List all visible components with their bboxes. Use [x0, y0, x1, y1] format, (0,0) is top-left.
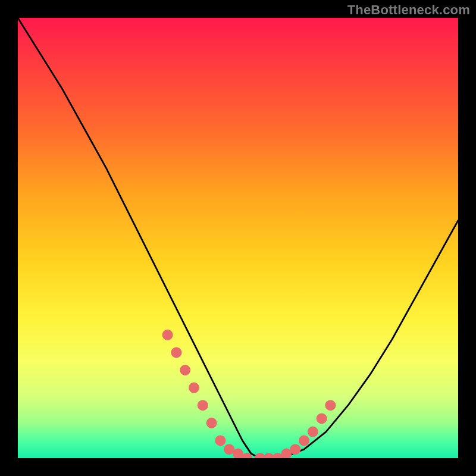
curve-marker [162, 330, 173, 340]
watermark-text: TheBottleneck.com [347, 2, 470, 18]
chart-svg [18, 18, 458, 458]
curve-marker [171, 347, 181, 358]
bottleneck-curve [18, 18, 458, 458]
curve-marker [198, 400, 208, 411]
curve-marker [180, 365, 190, 375]
curve-marker [308, 427, 318, 437]
marker-group [162, 330, 336, 458]
chart-frame: TheBottleneck.com [0, 0, 476, 476]
curve-marker [215, 435, 226, 446]
curve-marker [189, 383, 199, 393]
curve-marker [299, 435, 309, 446]
curve-marker [325, 400, 336, 411]
curve-marker [290, 444, 300, 455]
curve-marker [206, 418, 217, 428]
curve-marker [317, 413, 327, 424]
